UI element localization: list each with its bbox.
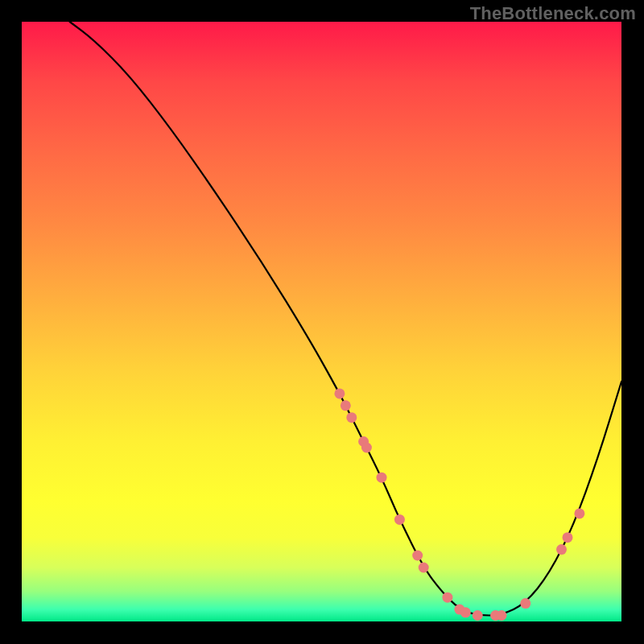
marker-dot xyxy=(556,544,567,555)
marker-dot xyxy=(497,610,507,621)
watermark-text: TheBottleneck.com xyxy=(470,3,636,24)
marker-dot xyxy=(394,514,405,525)
bottleneck-curve xyxy=(70,22,621,616)
marker-dot xyxy=(473,610,483,621)
marker-dot xyxy=(442,592,452,603)
marker-dot xyxy=(520,598,530,609)
marker-dot xyxy=(563,532,573,543)
marker-dot xyxy=(341,400,351,411)
marker-dot xyxy=(419,563,429,573)
marker-dot xyxy=(460,607,471,617)
marker-dot xyxy=(361,443,372,453)
marker-dots-group xyxy=(334,388,584,621)
marker-dot xyxy=(377,473,387,483)
marker-dot xyxy=(346,412,357,423)
gradient-plot-area xyxy=(22,22,621,621)
marker-dot xyxy=(334,388,345,398)
marker-dot xyxy=(412,551,423,561)
chart-svg xyxy=(22,22,621,621)
marker-dot xyxy=(574,508,584,518)
